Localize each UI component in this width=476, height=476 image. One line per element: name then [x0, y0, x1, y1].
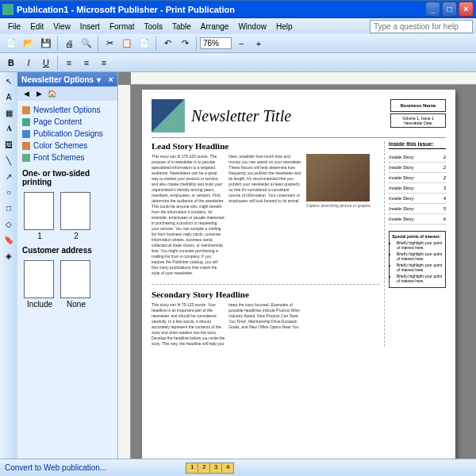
page-tab-1[interactable]: 1	[186, 463, 198, 474]
toc-item[interactable]: Inside Story6	[389, 214, 446, 225]
menu-insert[interactable]: Insert	[75, 21, 105, 33]
align-center-icon[interactable]: ≡	[79, 55, 94, 71]
nav-forward-icon[interactable]: ▶	[33, 88, 44, 99]
lead-caption[interactable]: Caption describing picture or graphic.	[306, 203, 379, 209]
special-points-box[interactable]: Special points of interest: Briefly high…	[389, 231, 446, 288]
minimize-button[interactable]: _	[425, 2, 440, 17]
preview-icon[interactable]: 🔍	[79, 36, 94, 52]
nav-home-icon[interactable]: 🏠	[46, 88, 57, 99]
pointer-tool-icon[interactable]: ↖	[2, 74, 16, 88]
publication-page[interactable]: Newsletter Title Business Name Volume 1,…	[142, 90, 455, 470]
standard-toolbar: 📄 📂 💾 🖨 🔍 ✂ 📋 📄 ↶ ↷ − +	[0, 34, 476, 53]
menu-arrange[interactable]: Arrange	[196, 21, 234, 33]
underline-icon[interactable]: U	[38, 55, 54, 71]
opt-pub-designs[interactable]: Publication Designs	[22, 128, 113, 140]
opt-newsletter[interactable]: Newsletter Options	[22, 104, 113, 116]
document-canvas[interactable]: Newsletter Title Business Name Volume 1,…	[118, 72, 476, 476]
close-button[interactable]: ×	[459, 2, 474, 17]
oval-tool-icon[interactable]: ○	[2, 185, 16, 199]
page-tab-4[interactable]: 4	[221, 463, 234, 474]
design-gallery-icon[interactable]: ◈	[2, 248, 16, 263]
zoom-input[interactable]	[200, 37, 232, 49]
address-include[interactable]: Include	[24, 260, 56, 309]
menu-edit[interactable]: Edit	[25, 21, 48, 33]
nav-back-icon[interactable]: ◀	[21, 88, 32, 99]
arrow-tool-icon[interactable]: ↗	[2, 169, 16, 183]
toc-item[interactable]: Inside Story4	[389, 194, 446, 204]
paste-icon[interactable]: 📄	[136, 36, 152, 52]
toc-item[interactable]: Inside Story5	[389, 204, 446, 214]
zoom-out-icon[interactable]: −	[233, 36, 249, 52]
redo-icon[interactable]: ↷	[177, 36, 193, 52]
opt-color-schemes[interactable]: Color Schemes	[22, 140, 113, 152]
menu-file[interactable]: File	[3, 21, 25, 33]
lead-col2[interactable]: Next, establish how much time and money …	[228, 154, 301, 276]
newsletter-logo[interactable]	[152, 99, 185, 132]
picture-tool-icon[interactable]: 🖼	[2, 137, 16, 152]
text-tool-icon[interactable]: A	[2, 90, 16, 104]
window-title: Publication1 - Microsoft Publisher - Pri…	[17, 5, 425, 14]
special-point: Briefly highlight your point of interest…	[397, 240, 443, 250]
print-option-1[interactable]: 1	[24, 192, 56, 240]
taskpane-title: Newsletter Options	[21, 75, 94, 84]
open-icon[interactable]: 📂	[21, 36, 36, 52]
align-right-icon[interactable]: ≡	[96, 55, 112, 71]
taskpane-dropdown-icon[interactable]: ▾	[97, 75, 101, 84]
toc-item[interactable]: Inside Story3	[389, 183, 446, 194]
lead-col1[interactable]: This story can fit 175-225 words. The pu…	[152, 154, 225, 276]
lead-image[interactable]	[306, 154, 370, 202]
menu-bar: File Edit View Insert Format Tools Table…	[0, 18, 476, 34]
horizontal-ruler	[131, 72, 476, 85]
save-icon[interactable]: 💾	[38, 36, 54, 52]
page-tab-2[interactable]: 2	[198, 463, 210, 474]
copy-icon[interactable]: 📋	[119, 36, 135, 52]
address-none[interactable]: None	[60, 260, 92, 309]
special-point: Briefly highlight your point of interest…	[397, 274, 443, 283]
page-tab-3[interactable]: 3	[209, 463, 222, 474]
menu-help[interactable]: Help	[271, 21, 298, 33]
newsletter-title[interactable]: Newsletter Title	[191, 99, 390, 132]
sec-col1[interactable]: This story can fit 75-125 words. Your he…	[152, 302, 225, 347]
print-icon[interactable]: 🖨	[61, 36, 77, 52]
toc-list[interactable]: Inside Story2Inside Story2Inside Story2I…	[389, 152, 446, 225]
special-point: Briefly highlight your point of interest…	[397, 251, 443, 261]
taskpane-header: Newsletter Options ▾ ×	[17, 72, 117, 86]
secondary-headline[interactable]: Secondary Story Headline	[152, 290, 379, 299]
toc-item[interactable]: Inside Story2	[389, 152, 446, 163]
opt-font-schemes[interactable]: Font Schemes	[22, 152, 113, 163]
menu-tools[interactable]: Tools	[140, 21, 167, 33]
shapes-tool-icon[interactable]: ◇	[2, 217, 16, 231]
menu-view[interactable]: View	[48, 21, 75, 33]
taskpane-options: Newsletter Options Page Content Publicat…	[17, 101, 117, 167]
lead-headline[interactable]: Lead Story Headline	[152, 141, 379, 151]
rect-tool-icon[interactable]: □	[2, 201, 16, 215]
maximize-button[interactable]: □	[442, 2, 457, 17]
italic-icon[interactable]: I	[21, 55, 36, 71]
cut-icon[interactable]: ✂	[102, 36, 117, 52]
align-left-icon[interactable]: ≡	[61, 55, 77, 71]
new-icon[interactable]: 📄	[3, 36, 19, 52]
menu-table[interactable]: Table	[167, 21, 196, 33]
taskpane-close-icon[interactable]: ×	[109, 75, 113, 84]
convert-web-link[interactable]: Convert to Web publication...	[5, 463, 106, 472]
undo-icon[interactable]: ↶	[159, 36, 175, 52]
toc-item[interactable]: Inside Story2	[389, 163, 446, 173]
bold-icon[interactable]: B	[3, 55, 19, 71]
vertical-ruler	[118, 85, 131, 476]
help-search-input[interactable]	[370, 20, 473, 33]
business-name-box[interactable]: Business Name	[390, 99, 446, 112]
table-tool-icon[interactable]: ▦	[2, 106, 16, 120]
bookmark-tool-icon[interactable]: 🔖	[2, 232, 16, 247]
wordart-tool-icon[interactable]: 𝐀	[2, 121, 16, 136]
toc-item[interactable]: Inside Story2	[389, 173, 446, 183]
volume-info-box[interactable]: Volume 1, Issue 1 Newsletter Date	[390, 113, 446, 128]
zoom-in-icon[interactable]: +	[251, 36, 267, 52]
toc-header[interactable]: Inside this issue:	[389, 141, 446, 149]
print-option-2[interactable]: 2	[60, 192, 92, 240]
line-tool-icon[interactable]: ╲	[2, 153, 16, 167]
sec-col2[interactable]: keep the story focused. Examples of poss…	[228, 302, 301, 347]
opt-page-content[interactable]: Page Content	[22, 116, 113, 128]
menu-format[interactable]: Format	[105, 21, 140, 33]
title-bar: Publication1 - Microsoft Publisher - Pri…	[0, 0, 476, 18]
menu-window[interactable]: Window	[233, 21, 271, 33]
